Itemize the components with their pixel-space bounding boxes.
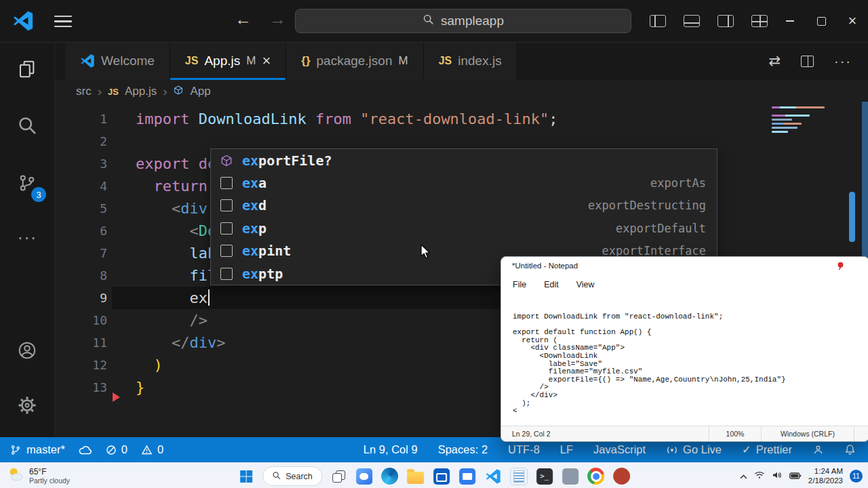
start-taskbar-icon[interactable] [237, 467, 256, 486]
battery-icon[interactable] [789, 470, 802, 482]
code-token: export [136, 155, 189, 172]
error-icon [106, 445, 117, 455]
explorer-icon[interactable] [11, 53, 43, 85]
file-explorer-taskbar-icon[interactable] [406, 467, 425, 486]
menu-view[interactable]: View [576, 280, 595, 289]
code-token: < [189, 222, 198, 239]
minimap[interactable] [772, 104, 833, 135]
maximize-button[interactable] [806, 0, 837, 42]
store-taskbar-icon[interactable] [432, 467, 451, 486]
line-number[interactable]: 11 [54, 331, 107, 354]
minimize-button[interactable] [774, 0, 806, 42]
code-token: /> [189, 312, 208, 329]
errors-item[interactable]: 0 [106, 443, 127, 456]
wifi-icon[interactable] [754, 470, 765, 482]
encoding-item[interactable]: UTF-8 [508, 443, 540, 456]
tray-chevron-icon[interactable] [740, 470, 747, 482]
tab-package-json[interactable]: {}package.jsonM [286, 42, 423, 80]
prettier-item[interactable]: ✓ Prettier [742, 443, 792, 456]
edge-taskbar-icon[interactable] [380, 467, 399, 486]
notepad-eol[interactable]: Windows (CRLF) [761, 426, 854, 441]
tab-welcome[interactable]: Welcome [65, 42, 170, 80]
sync-changes-item[interactable] [79, 445, 92, 455]
breadcrumb-file[interactable]: App.js [125, 85, 157, 98]
suggestion-label: expint [242, 243, 291, 259]
line-number[interactable]: 10 [54, 309, 107, 331]
clock[interactable]: 1:24 AM 2/18/2023 [808, 466, 843, 485]
code-line-1[interactable]: 1import DownloadLink from "react-downloa… [54, 108, 848, 130]
notepad-zoom[interactable]: 100% [709, 426, 761, 441]
line-number[interactable]: 7 [54, 242, 107, 264]
language-mode-item[interactable]: JavaScript [593, 443, 646, 456]
git-branch-item[interactable]: master* [9, 443, 65, 456]
taskbar-search-label: Search [285, 472, 313, 481]
toggle-sidebar-icon[interactable] [650, 15, 666, 27]
notepad-titlebar[interactable]: *Untitled - Notepad [501, 257, 868, 274]
notepad-taskbar-icon[interactable] [509, 467, 528, 486]
accounts-icon[interactable] [11, 334, 43, 367]
more-views-icon[interactable]: ··· [11, 221, 43, 253]
notification-count-badge[interactable]: 11 [850, 470, 863, 483]
eol-item[interactable]: LF [560, 443, 573, 456]
close-tab-icon[interactable]: × [262, 54, 271, 68]
line-number[interactable]: 12 [54, 354, 107, 376]
close-button[interactable]: × [837, 0, 868, 42]
taskbar-search[interactable]: Search [262, 466, 322, 486]
notepad-text[interactable]: import DownloadLink from "react-download… [501, 302, 868, 419]
back-arrow-icon[interactable]: ← [235, 9, 252, 29]
browser-taskbar-icon[interactable] [612, 467, 631, 486]
task-view-taskbar-icon[interactable] [329, 467, 348, 486]
vscode-taskbar-icon[interactable] [484, 467, 502, 486]
terminal-taskbar-icon[interactable]: >_ [535, 467, 554, 486]
suggestion-exp[interactable]: expexportDefault [211, 217, 717, 239]
line-number[interactable]: 2 [54, 130, 107, 152]
indentation-item[interactable]: Spaces: 2 [438, 443, 488, 456]
split-editor-icon[interactable] [801, 56, 814, 67]
tab-index-js[interactable]: JSindex.js [424, 42, 517, 80]
more-actions-icon[interactable]: ··· [834, 54, 852, 69]
menu-edit[interactable]: Edit [544, 280, 559, 289]
search-icon[interactable] [11, 109, 43, 142]
settings-gear-icon[interactable] [11, 389, 43, 422]
pin-icon[interactable] [835, 261, 846, 271]
system-tray: 1:24 AM 2/18/2023 11 [740, 463, 863, 488]
command-center-search[interactable]: sampleapp [295, 9, 631, 33]
calculator-taskbar-icon[interactable] [561, 467, 580, 486]
line-number[interactable]: 8 [54, 264, 107, 287]
warnings-item[interactable]: 0 [141, 443, 163, 456]
breadcrumb-symbol[interactable]: App [190, 85, 210, 98]
cursor-position-item[interactable]: Ln 9, Col 9 [363, 443, 418, 456]
menu-icon[interactable] [54, 16, 72, 27]
toggle-secondary-sidebar-icon[interactable] [717, 15, 734, 27]
tab-app-js[interactable]: JSApp.jsM× [170, 42, 286, 80]
chrome-taskbar-icon[interactable] [587, 467, 606, 486]
customize-layout-icon[interactable] [751, 15, 768, 27]
chat-taskbar-icon[interactable] [355, 467, 374, 486]
notifications-bell-icon[interactable] [844, 444, 856, 455]
suggestion-exportFile[interactable]: exportFile? [211, 149, 717, 171]
line-number[interactable]: 6 [54, 220, 107, 242]
go-live-item[interactable]: Go Live [666, 443, 722, 456]
line-number[interactable]: 9 [54, 287, 107, 309]
suggestion-exa[interactable]: exaexportAs [211, 171, 717, 194]
line-number[interactable]: 3 [54, 152, 107, 175]
forward-arrow-icon[interactable]: → [269, 9, 286, 29]
menu-file[interactable]: File [513, 280, 526, 289]
scrollbar-thumb[interactable] [849, 192, 855, 242]
breadcrumb-folder[interactable]: src [76, 85, 92, 98]
line-number[interactable]: 13 [54, 376, 107, 399]
code-token [136, 222, 189, 239]
line-text: ex [136, 287, 210, 309]
open-changes-icon[interactable]: ⇄ [768, 53, 781, 69]
weather-widget[interactable]: 65°F Partly cloudy [7, 466, 70, 486]
line-number[interactable]: 5 [54, 197, 107, 220]
notepad-encoding[interactable]: UTF-8 [854, 426, 868, 441]
feedback-person-icon[interactable] [812, 444, 824, 455]
source-control-icon[interactable]: 3 [11, 167, 43, 199]
mail-taskbar-icon[interactable] [458, 467, 477, 486]
toggle-panel-icon[interactable] [684, 15, 700, 27]
volume-icon[interactable] [772, 470, 783, 482]
line-number[interactable]: 4 [54, 175, 107, 197]
suggestion-exd[interactable]: exdexportDestructing [211, 195, 717, 217]
line-number[interactable]: 1 [54, 108, 107, 130]
